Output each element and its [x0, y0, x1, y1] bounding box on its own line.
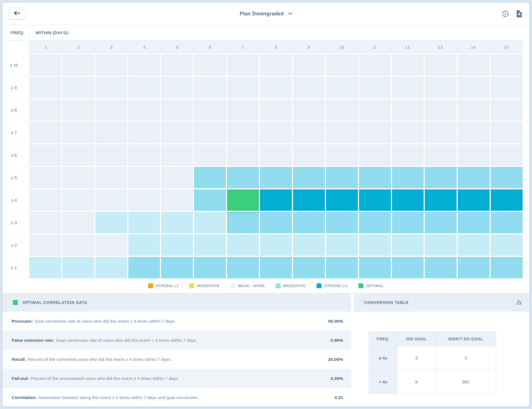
download-icon[interactable]	[516, 10, 522, 17]
heatmap-cell-freq9-day4[interactable]	[128, 77, 160, 98]
fx-icon[interactable]: fx	[516, 299, 521, 306]
heatmap-cell-freq2-day12[interactable]	[392, 234, 424, 256]
heatmap-cell-freq10-day9[interactable]	[293, 54, 325, 76]
heatmap-cell-freq6-day5[interactable]	[161, 144, 193, 166]
heatmap-cell-freq10-day5[interactable]	[161, 54, 193, 76]
heatmap-cell-freq3-day12[interactable]	[392, 212, 424, 233]
heatmap-cell-freq5-day14[interactable]	[458, 167, 490, 188]
heatmap-cell-freq10-day8[interactable]	[260, 54, 292, 76]
heatmap-cell-freq1-day11[interactable]	[359, 257, 391, 278]
heatmap-cell-freq9-day9[interactable]	[293, 77, 325, 98]
heatmap-cell-freq2-day9[interactable]	[293, 234, 325, 256]
heatmap-cell-freq9-day7[interactable]	[227, 77, 259, 98]
heatmap-cell-freq1-day14[interactable]	[458, 257, 490, 278]
heatmap-cell-freq5-day3[interactable]	[95, 167, 127, 188]
heatmap-cell-freq4-day10[interactable]	[326, 189, 358, 211]
heatmap-cell-freq1-day15[interactable]	[491, 257, 523, 278]
heatmap-cell-freq6-day9[interactable]	[293, 144, 325, 166]
heatmap-cell-freq4-day5[interactable]	[161, 189, 193, 211]
heatmap-cell-freq8-day11[interactable]	[359, 99, 391, 121]
heatmap-cell-freq5-day12[interactable]	[392, 167, 424, 188]
heatmap-cell-freq5-day4[interactable]	[128, 167, 160, 188]
heatmap-cell-freq8-day14[interactable]	[458, 99, 490, 121]
heatmap-cell-freq5-day6[interactable]	[194, 167, 226, 188]
heatmap-cell-freq3-day3[interactable]	[95, 212, 127, 233]
heatmap-cell-freq9-day5[interactable]	[161, 77, 193, 98]
heatmap-cell-freq1-day13[interactable]	[425, 257, 457, 278]
heatmap-cell-freq8-day7[interactable]	[227, 99, 259, 121]
heatmap-cell-freq8-day13[interactable]	[425, 99, 457, 121]
heatmap-cell-freq6-day1[interactable]	[29, 144, 61, 166]
heatmap-cell-freq8-day12[interactable]	[392, 99, 424, 121]
heatmap-cell-freq6-day7[interactable]	[227, 144, 259, 166]
heatmap-cell-freq5-day9[interactable]	[293, 167, 325, 188]
heatmap-cell-freq8-day10[interactable]	[326, 99, 358, 121]
heatmap-cell-freq3-day14[interactable]	[458, 212, 490, 233]
heatmap-cell-freq9-day3[interactable]	[95, 77, 127, 98]
heatmap-cell-freq9-day15[interactable]	[491, 77, 523, 98]
heatmap-cell-freq3-day6[interactable]	[194, 212, 226, 233]
heatmap-cell-freq7-day4[interactable]	[128, 122, 160, 143]
heatmap-cell-freq4-day12[interactable]	[392, 189, 424, 211]
heatmap-cell-freq1-day4[interactable]	[128, 257, 160, 278]
heatmap-cell-freq6-day15[interactable]	[491, 144, 523, 166]
heatmap-cell-freq9-day12[interactable]	[392, 77, 424, 98]
heatmap-cell-freq3-day15[interactable]	[491, 212, 523, 233]
heatmap-cell-freq2-day5[interactable]	[161, 234, 193, 256]
heatmap-cell-freq3-day4[interactable]	[128, 212, 160, 233]
heatmap-cell-freq5-day1[interactable]	[29, 167, 61, 188]
heatmap-cell-freq10-day11[interactable]	[359, 54, 391, 76]
heatmap-cell-freq7-day13[interactable]	[425, 122, 457, 143]
heatmap-cell-freq7-day8[interactable]	[260, 122, 292, 143]
heatmap-cell-freq3-day9[interactable]	[293, 212, 325, 233]
heatmap-cell-freq8-day3[interactable]	[95, 99, 127, 121]
heatmap-cell-freq6-day4[interactable]	[128, 144, 160, 166]
heatmap-cell-freq1-day9[interactable]	[293, 257, 325, 278]
heatmap-cell-freq2-day11[interactable]	[359, 234, 391, 256]
heatmap-cell-freq4-day8[interactable]	[260, 189, 292, 211]
heatmap-cell-freq7-day2[interactable]	[62, 122, 94, 143]
heatmap-cell-freq8-day15[interactable]	[491, 99, 523, 121]
heatmap-cell-freq8-day8[interactable]	[260, 99, 292, 121]
heatmap-cell-freq5-day5[interactable]	[161, 167, 193, 188]
heatmap-cell-freq7-day11[interactable]	[359, 122, 391, 143]
heatmap-cell-freq5-day10[interactable]	[326, 167, 358, 188]
heatmap-cell-freq8-day2[interactable]	[62, 99, 94, 121]
heatmap-cell-freq4-day14[interactable]	[458, 189, 490, 211]
heatmap-cell-freq9-day2[interactable]	[62, 77, 94, 98]
heatmap-cell-freq2-day7[interactable]	[227, 234, 259, 256]
heatmap-cell-freq8-day4[interactable]	[128, 99, 160, 121]
heatmap-cell-freq4-day3[interactable]	[95, 189, 127, 211]
heatmap-cell-freq9-day10[interactable]	[326, 77, 358, 98]
heatmap-cell-freq5-day8[interactable]	[260, 167, 292, 188]
heatmap-cell-freq1-day5[interactable]	[161, 257, 193, 278]
heatmap-cell-freq10-day3[interactable]	[95, 54, 127, 76]
heatmap-cell-freq1-day8[interactable]	[260, 257, 292, 278]
heatmap-cell-freq7-day7[interactable]	[227, 122, 259, 143]
heatmap-cell-freq1-day7[interactable]	[227, 257, 259, 278]
heatmap-cell-freq1-day6[interactable]	[194, 257, 226, 278]
heatmap-cell-freq7-day15[interactable]	[491, 122, 523, 143]
heatmap-cell-freq8-day5[interactable]	[161, 99, 193, 121]
heatmap-cell-freq5-day11[interactable]	[359, 167, 391, 188]
heatmap-cell-freq4-day11[interactable]	[359, 189, 391, 211]
event-selector[interactable]: Plan Downgraded	[3, 3, 529, 25]
heatmap-cell-freq7-day6[interactable]	[194, 122, 226, 143]
heatmap-cell-freq6-day10[interactable]	[326, 144, 358, 166]
heatmap-cell-freq3-day8[interactable]	[260, 212, 292, 233]
heatmap-cell-freq3-day11[interactable]	[359, 212, 391, 233]
heatmap-cell-freq4-day2[interactable]	[62, 189, 94, 211]
heatmap-cell-freq5-day13[interactable]	[425, 167, 457, 188]
heatmap-cell-freq5-day7[interactable]	[227, 167, 259, 188]
heatmap-cell-freq2-day10[interactable]	[326, 234, 358, 256]
heatmap-cell-freq7-day5[interactable]	[161, 122, 193, 143]
heatmap-cell-freq3-day1[interactable]	[29, 212, 61, 233]
heatmap-cell-freq4-day7[interactable]	[227, 189, 259, 211]
heatmap-cell-freq6-day14[interactable]	[458, 144, 490, 166]
heatmap-cell-freq2-day3[interactable]	[95, 234, 127, 256]
heatmap-cell-freq10-day6[interactable]	[194, 54, 226, 76]
heatmap-cell-freq7-day3[interactable]	[95, 122, 127, 143]
heatmap-cell-freq7-day12[interactable]	[392, 122, 424, 143]
heatmap-cell-freq2-day1[interactable]	[29, 234, 61, 256]
heatmap-cell-freq6-day3[interactable]	[95, 144, 127, 166]
